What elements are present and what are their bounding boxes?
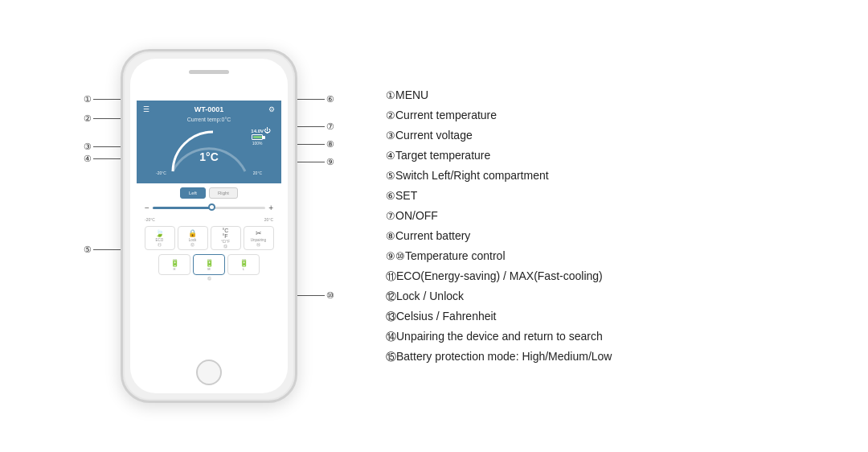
legend-text-2: Current temperature (395, 109, 497, 121)
legend-num-6: ⑥ (386, 190, 395, 202)
batt-L-label: L (243, 267, 244, 271)
batt-H-icon: 🔋 (170, 259, 179, 267)
callout-10: ⑩ (293, 290, 334, 301)
legend-item-1: ①MENU (386, 87, 796, 104)
legend-text-12: Lock / Unlock (396, 290, 464, 302)
callout-line-3 (93, 146, 124, 147)
compartment-row: Left Right (141, 187, 276, 199)
phone-body: ☰ WT-0001 ⚙ Current temp:0°C -20°C (121, 49, 297, 403)
slider-minus-btn[interactable]: − (145, 203, 149, 212)
phone-area: ① ② ③ ④ ⑤ ⑥ ⑦ (72, 17, 346, 435)
svg-text:1°C: 1°C (199, 150, 219, 163)
temp-unit-num: ⑬ (223, 244, 227, 249)
voltage-value: 14.0V (251, 129, 264, 134)
callout-line-5 (93, 249, 124, 250)
legend-item-7: ⑦ON/OFF (386, 208, 796, 224)
callout-7: ⑦ (293, 121, 334, 132)
compartment-left-btn[interactable]: Left (180, 187, 206, 199)
legend-num-9: ⑨⑩ (386, 250, 405, 262)
slider-labels: -20°C 20°C (141, 217, 276, 222)
voltage-battery: 14.0V 100% (251, 129, 264, 146)
callout-num-6: ⑥ (326, 94, 334, 105)
eco-num: ⑪ (158, 242, 162, 247)
current-temp-label: Current temp:0°C (143, 117, 275, 122)
callout-line-9 (294, 162, 325, 162)
batt-mode-num: ⑮ (141, 276, 276, 281)
batt-mode-M-btn[interactable]: 🔋 M (193, 254, 225, 275)
slider-plus-btn[interactable]: + (268, 203, 273, 212)
callout-num-2: ② (84, 113, 92, 124)
main-container: ① ② ③ ④ ⑤ ⑥ ⑦ (0, 0, 868, 452)
settings-icon[interactable]: ⚙ (268, 105, 275, 113)
legend-num-13: ⑬ (386, 310, 396, 323)
legend-item-8: ⑧Current battery (386, 228, 796, 244)
legend-item-6: ⑥SET (386, 187, 796, 204)
legend-text-14: Unpairing the device and return to searc… (396, 330, 603, 343)
legend-text-8: Current battery (395, 229, 470, 242)
slider-track[interactable] (153, 207, 265, 209)
unpairing-btn[interactable]: ✂ Unpairing ⑭ (244, 226, 274, 250)
phone-speaker (189, 70, 229, 74)
function-buttons-row: 🍃 ECO ⑪ 🔒 Lock ⑫ °C°F °C/° (141, 226, 276, 250)
callout-6: ⑥ (293, 94, 334, 105)
callout-line-1 (93, 99, 124, 100)
legend-text-4: Target temperature (395, 149, 490, 162)
unpairing-icon: ✂ (256, 229, 262, 237)
callout-num-3: ③ (84, 142, 92, 152)
gauge-min-label: -20°C (156, 171, 166, 175)
batt-mode-L-btn[interactable]: 🔋 L (227, 254, 260, 275)
legend-item-4: ④Target temperature (386, 147, 796, 164)
lock-btn[interactable]: 🔒 Lock ⑫ (178, 226, 208, 250)
phone-home-button[interactable] (196, 360, 222, 385)
batt-mode-H-btn[interactable]: 🔋 H (158, 254, 190, 275)
gauge-svg: 1°C (161, 127, 257, 175)
compartment-right-btn[interactable]: Right (209, 187, 238, 199)
callout-9: ⑨ (293, 157, 334, 167)
battery-percent: 100% (252, 141, 263, 146)
legend-num-7: ⑦ (386, 210, 395, 222)
slider-thumb[interactable] (208, 203, 215, 211)
legend-num-2: ② (386, 109, 395, 121)
legend-num-11: ⑪ (386, 270, 396, 282)
callout-num-1: ① (84, 94, 92, 105)
phone-screen: ☰ WT-0001 ⚙ Current temp:0°C -20°C (137, 101, 281, 351)
legend-num-14: ⑭ (386, 331, 396, 343)
gauge-max-label: 20°C (253, 171, 262, 175)
lock-num: ⑫ (190, 242, 194, 247)
battery-icon (252, 134, 263, 140)
callout-3: ③ (84, 142, 125, 152)
legend-text-7: ON/OFF (395, 209, 438, 222)
callout-line-10 (294, 295, 325, 296)
callout-2: ② (84, 113, 125, 124)
menu-icon[interactable]: ☰ (143, 105, 149, 113)
eco-btn[interactable]: 🍃 ECO ⑪ (145, 226, 175, 250)
blue-panel: ☰ WT-0001 ⚙ Current temp:0°C -20°C (137, 101, 281, 183)
callout-num-5: ⑤ (84, 244, 92, 255)
batt-L-icon: 🔋 (240, 259, 248, 267)
batt-M-icon: 🔋 (205, 259, 214, 267)
legend-num-4: ④ (386, 150, 395, 162)
legend-item-9: ⑨⑩Temperature control (386, 248, 796, 265)
battery-fill (253, 136, 262, 138)
callout-num-9: ⑨ (326, 157, 334, 167)
unpairing-num: ⑭ (256, 242, 260, 247)
white-panel: Left Right − + (137, 183, 281, 285)
legend-item-3: ③Current voltage (386, 127, 796, 144)
temp-unit-btn[interactable]: °C°F °C/°F ⑬ (211, 226, 241, 250)
legend: ①MENU ②Current temperature ③Current volt… (378, 87, 796, 365)
lock-icon: 🔒 (188, 229, 197, 237)
legend-item-2: ②Current temperature (386, 107, 796, 124)
legend-text-15: Battery protection mode: High/Medium/Low (396, 350, 612, 363)
panel-header: ☰ WT-0001 ⚙ (143, 105, 275, 113)
power-icon[interactable]: ⏻ (264, 127, 270, 134)
callout-5: ⑤ (84, 244, 125, 255)
callout-1: ① (84, 94, 125, 105)
eco-icon: 🍃 (155, 229, 164, 237)
legend-text-13: Celsius / Fahrenheit (396, 310, 497, 323)
legend-num-3: ③ (386, 129, 395, 142)
callout-num-7: ⑦ (326, 121, 334, 132)
legend-num-5: ⑤ (386, 170, 395, 182)
callout-4: ④ (84, 154, 125, 164)
callout-line-2 (93, 118, 124, 119)
temp-unit-icon: °C°F (223, 228, 229, 239)
